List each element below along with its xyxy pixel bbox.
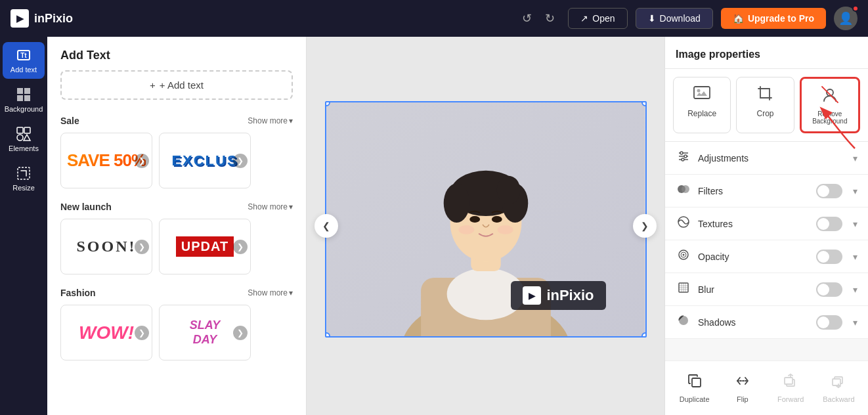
image-props-buttons: Replace Crop <box>665 69 868 142</box>
filters-toggle[interactable] <box>816 184 842 198</box>
canvas-nav-right-button[interactable]: ❯ <box>633 214 657 238</box>
soon-text: SOON! <box>76 238 136 255</box>
svg-point-23 <box>458 225 474 234</box>
avatar[interactable]: 👤 <box>834 7 857 30</box>
svg-point-35 <box>682 185 689 193</box>
canvas-image[interactable]: ▶ inPixio <box>325 101 647 338</box>
forward-icon <box>783 373 798 393</box>
header: ▶ inPixio ↺ ↻ ↗ Open ⬇ Download 🏠 Upgrad… <box>0 0 868 37</box>
sale-template-exclus[interactable]: EXCLUS ❯ <box>159 133 251 188</box>
watermark: ▶ inPixio <box>511 281 605 310</box>
right-panel: Image properties Replace <box>664 37 868 415</box>
shadows-chevron: ▾ <box>853 317 857 328</box>
opacity-chevron: ▾ <box>853 251 857 262</box>
left-sidebar: Tt Add text Background <box>0 37 47 415</box>
shadows-toggle[interactable] <box>816 315 842 330</box>
sidebar-item-resize[interactable]: Resize <box>3 160 45 197</box>
upgrade-button[interactable]: 🏠 Upgrade to Pro <box>721 8 826 29</box>
add-text-icon: Tt <box>16 47 32 63</box>
svg-rect-5 <box>24 95 30 101</box>
new-launch-show-more[interactable]: Show more ▾ <box>248 202 293 211</box>
backward-icon <box>831 373 846 393</box>
crop-button[interactable]: Crop <box>736 77 794 133</box>
fashion-title: Fashion <box>60 288 96 298</box>
handle-bottom-right[interactable] <box>641 332 647 338</box>
flip-icon <box>735 373 750 393</box>
duplicate-icon <box>687 373 703 393</box>
add-text-button[interactable]: + + Add text <box>60 70 293 100</box>
resize-icon <box>16 165 32 181</box>
duplicate-button[interactable]: Duplicate <box>670 368 718 408</box>
adjustments-row[interactable]: Adjustments ▾ <box>665 142 868 175</box>
adjustments-icon <box>676 150 691 166</box>
undo-button[interactable]: ↺ <box>517 7 537 30</box>
backward-label: Backward <box>823 395 854 403</box>
exclus-arrow-icon: ❯ <box>233 154 248 168</box>
sidebar-item-elements[interactable]: Elements <box>3 121 45 158</box>
fashion-show-more[interactable]: Show more ▾ <box>248 288 293 297</box>
canvas-nav-left-button[interactable]: ❮ <box>315 214 338 238</box>
remove-background-button[interactable]: Remove Background <box>800 77 860 133</box>
sidebar-label-elements: Elements <box>9 144 39 152</box>
slayday-template[interactable]: SLAYDAY ❯ <box>159 305 251 360</box>
slayday-text: SLAYDAY <box>190 318 221 347</box>
flip-button[interactable]: Flip <box>718 368 766 408</box>
svg-point-18 <box>443 184 469 223</box>
handle-bottom-left[interactable] <box>325 332 330 338</box>
soon-arrow-icon: ❯ <box>135 240 149 254</box>
image-properties-title: Image properties <box>665 37 868 69</box>
new-launch-title: New launch <box>60 202 112 212</box>
sidebar-item-background[interactable]: Background <box>3 81 45 118</box>
logo: ▶ inPixio <box>11 9 73 28</box>
sidebar-label-resize: Resize <box>12 184 35 192</box>
svg-rect-2 <box>17 88 23 94</box>
filters-row[interactable]: Filters ▾ <box>665 175 868 207</box>
wow-template[interactable]: WOW! ❯ <box>60 305 152 360</box>
download-icon: ⬇ <box>648 13 656 24</box>
opacity-icon <box>676 248 691 265</box>
blur-row[interactable]: Blur ▾ <box>665 273 868 306</box>
accordion-list: Adjustments ▾ Filters ▾ <box>665 142 868 339</box>
updat-template[interactable]: UPDAT ❯ <box>159 219 251 274</box>
download-button[interactable]: ⬇ Download <box>636 8 713 29</box>
sidebar-item-add-text[interactable]: Tt Add text <box>3 42 45 79</box>
svg-point-21 <box>469 216 480 223</box>
replace-button[interactable]: Replace <box>673 77 731 133</box>
svg-rect-6 <box>17 127 23 133</box>
panel-title: Add Text <box>47 37 306 70</box>
main-layout: Tt Add text Background <box>0 37 868 415</box>
replace-icon <box>693 84 711 106</box>
forward-button[interactable]: Forward <box>767 368 815 408</box>
filters-icon <box>676 183 691 199</box>
open-button[interactable]: ↗ Open <box>568 8 627 29</box>
bottom-actions: Duplicate Flip <box>665 360 868 415</box>
upgrade-icon: 🏠 <box>733 13 744 24</box>
flip-label: Flip <box>737 395 749 403</box>
watermark-icon: ▶ <box>523 286 541 305</box>
shadows-row[interactable]: Shadows ▾ <box>665 306 868 339</box>
sale-show-more[interactable]: Show more ▾ <box>248 116 293 125</box>
chevron-down-icon-3: ▾ <box>289 288 293 297</box>
blur-toggle[interactable] <box>816 282 842 297</box>
logo-text: inPixio <box>34 12 73 26</box>
opacity-row[interactable]: Opacity ▾ <box>665 240 868 273</box>
backward-button[interactable]: Backward <box>815 368 863 408</box>
updat-arrow-icon: ❯ <box>233 240 248 254</box>
add-text-label: + Add text <box>160 79 204 91</box>
svg-point-22 <box>491 216 502 223</box>
elements-icon <box>16 126 32 142</box>
sale-template-save50[interactable]: SAVE 50% ❯ <box>60 133 152 188</box>
opacity-toggle[interactable] <box>816 250 842 264</box>
adjustments-label: Adjustments <box>698 153 846 164</box>
textures-row[interactable]: Textures ▾ <box>665 207 868 240</box>
svg-text:Tt: Tt <box>20 52 27 59</box>
redo-button[interactable]: ↻ <box>540 7 560 30</box>
textures-toggle[interactable] <box>816 217 842 231</box>
textures-icon <box>676 215 691 232</box>
undo-redo-group: ↺ ↻ <box>517 7 560 30</box>
svg-point-32 <box>684 155 687 158</box>
logo-icon: ▶ <box>11 9 29 28</box>
duplicate-label: Duplicate <box>680 395 710 403</box>
soon-template[interactable]: SOON! ❯ <box>60 219 152 274</box>
sidebar-label-add-text: Add text <box>11 66 37 74</box>
